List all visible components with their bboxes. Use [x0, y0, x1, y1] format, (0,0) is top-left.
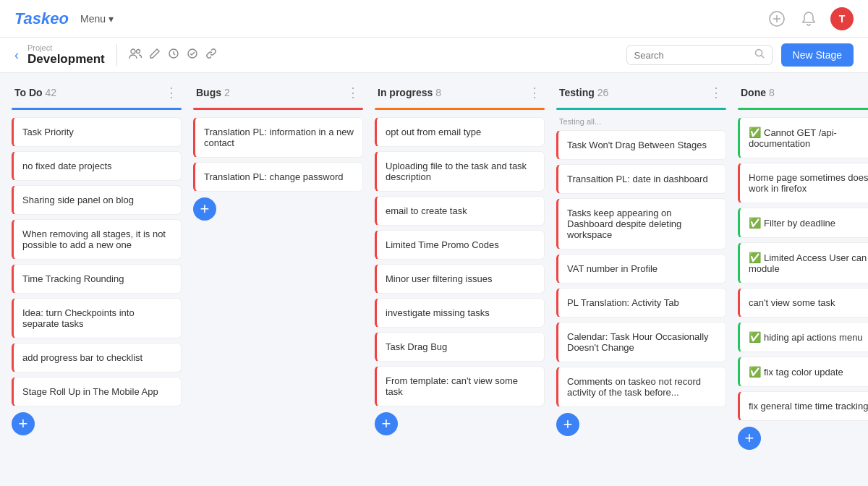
- column-bar-bugs: [193, 108, 363, 110]
- list-item[interactable]: ✅fix tag color update: [738, 357, 868, 387]
- svg-point-7: [755, 50, 762, 56]
- list-item[interactable]: ✅Filter by deadline: [738, 208, 868, 238]
- column-menu-bugs[interactable]: ⋮: [346, 85, 360, 101]
- list-item[interactable]: opt out from email type: [375, 117, 545, 147]
- card-text: From template: can't view some task: [386, 375, 518, 397]
- card-text: add progress bar to checklist: [22, 352, 142, 363]
- subheader: ‹ Project Development: [0, 38, 868, 73]
- project-info: Project Development: [27, 43, 105, 67]
- avatar[interactable]: T: [830, 7, 854, 30]
- card-text: can't view some task: [749, 297, 835, 308]
- search-input[interactable]: [634, 50, 750, 61]
- list-item[interactable]: Sharing side panel on blog: [12, 185, 182, 215]
- project-label: Project: [27, 43, 105, 52]
- list-item[interactable]: Task Won't Drag Between Stages: [556, 130, 726, 160]
- check-icon: ✅: [749, 127, 761, 138]
- list-item[interactable]: ✅hiding api actions menu: [738, 322, 868, 352]
- column-menu-inprogress[interactable]: ⋮: [528, 85, 542, 101]
- list-item[interactable]: Transaltion PL: date in dashboard: [556, 164, 726, 194]
- card-text: hiding api actions menu: [764, 332, 863, 343]
- notifications-icon[interactable]: [799, 9, 819, 29]
- list-item[interactable]: Time Tracking Rounding: [12, 264, 182, 294]
- list-item[interactable]: Stage Roll Up in The Mobile App: [12, 377, 182, 406]
- card-text: Limited Time Promo Codes: [386, 239, 499, 250]
- add-icon[interactable]: [767, 9, 787, 29]
- card-text: Tasks keep appearing on Dashboard despit…: [567, 208, 681, 240]
- svg-point-6: [188, 49, 197, 58]
- list-item[interactable]: ✅Cannot GET /api-documentation: [738, 117, 868, 158]
- list-item[interactable]: From template: can't view some task: [375, 366, 545, 406]
- list-item[interactable]: no fixed date projects: [12, 151, 182, 181]
- list-item[interactable]: When removing all stages, it is not poss…: [12, 219, 182, 260]
- list-item[interactable]: PL Translation: Activity Tab: [556, 288, 726, 317]
- list-item[interactable]: investigate missing tasks: [375, 298, 545, 328]
- project-name: Development: [27, 52, 105, 67]
- add-card-button-bugs[interactable]: +: [193, 197, 216, 221]
- edit-icon[interactable]: [149, 48, 161, 62]
- list-item[interactable]: can't view some task: [738, 288, 868, 317]
- column-inprogress: In progress 8 ⋮ opt out from email typeU…: [375, 85, 545, 435]
- svg-point-3: [131, 49, 135, 54]
- list-item[interactable]: Translation PL: information in a new con…: [193, 117, 363, 158]
- column-title-todo: To Do 42: [14, 87, 56, 98]
- list-item[interactable]: Translation PL: change password: [193, 162, 363, 192]
- back-button[interactable]: ‹: [14, 48, 19, 63]
- link-icon[interactable]: [205, 48, 217, 62]
- list-item[interactable]: Idea: turn Checkpoints into separate tas…: [12, 298, 182, 338]
- check-icon: ✅: [749, 252, 761, 263]
- column-header-inprogress: In progress 8 ⋮: [375, 85, 545, 108]
- card-text: no fixed date projects: [22, 161, 112, 171]
- list-item[interactable]: ✅Limited Access User can edit module: [738, 242, 868, 284]
- card-text: investigate missing tasks: [386, 307, 490, 318]
- add-card-button-testing[interactable]: +: [556, 413, 579, 436]
- svg-point-4: [136, 50, 140, 54]
- list-item[interactable]: email to create task: [375, 196, 545, 226]
- column-header-bugs: Bugs 2 ⋮: [193, 85, 363, 108]
- list-item[interactable]: Limited Time Promo Codes: [375, 230, 545, 260]
- clock-icon[interactable]: [168, 48, 179, 62]
- menu-button[interactable]: Menu ▾: [80, 13, 114, 25]
- list-item[interactable]: Home page sometimes doesn't work in fire…: [738, 163, 868, 203]
- card-text: Time Tracking Rounding: [22, 273, 124, 284]
- column-bar-testing: [556, 108, 726, 110]
- cards-todo: Task Priorityno fixed date projectsShari…: [12, 117, 182, 406]
- team-icon[interactable]: [129, 48, 142, 62]
- new-stage-button[interactable]: New Stage: [781, 43, 854, 67]
- card-text: VAT number in Profile: [567, 263, 658, 274]
- column-todo: To Do 42 ⋮ Task Priorityno fixed date pr…: [12, 85, 182, 435]
- list-item[interactable]: Task Drag Bug: [375, 332, 545, 362]
- check-circle-icon[interactable]: [187, 48, 198, 62]
- list-item[interactable]: Task Priority: [12, 117, 182, 147]
- column-menu-todo[interactable]: ⋮: [165, 85, 179, 101]
- card-text: Transaltion PL: date in dashboard: [567, 174, 708, 184]
- column-title-done: Done 8: [741, 87, 775, 98]
- column-menu-testing[interactable]: ⋮: [710, 85, 723, 101]
- list-item[interactable]: add progress bar to checklist: [12, 343, 182, 372]
- check-icon: ✅: [749, 217, 761, 229]
- add-card-button-done[interactable]: +: [738, 427, 761, 450]
- list-item[interactable]: Tasks keep appearing on Dashboard despit…: [556, 198, 726, 250]
- card-text: Comments on taskeo not record activity o…: [567, 376, 701, 398]
- svg-line-8: [761, 56, 764, 59]
- list-item[interactable]: fix general time time tracking...: [738, 391, 868, 421]
- search-box[interactable]: [626, 45, 773, 65]
- add-card-button-todo[interactable]: +: [12, 412, 35, 435]
- list-item[interactable]: Calendar: Task Hour Occasionally Doesn't…: [556, 322, 726, 362]
- list-item[interactable]: Uploading file to the task and task desc…: [375, 151, 545, 192]
- header-actions: T: [767, 7, 854, 30]
- card-text: Limited Access User can edit module: [749, 252, 868, 274]
- card-text: Task Drag Bug: [386, 341, 447, 352]
- column-bar-done: [738, 108, 868, 110]
- card-text: Translation PL: information in a new con…: [204, 127, 354, 148]
- column-testing: Testing 26 ⋮ Testing all...Task Won't Dr…: [556, 85, 726, 436]
- cards-inprogress: opt out from email typeUploading file to…: [375, 117, 545, 406]
- list-item[interactable]: Comments on taskeo not record activity o…: [556, 367, 726, 407]
- column-header-testing: Testing 26 ⋮: [556, 85, 726, 108]
- card-text: fix tag color update: [764, 367, 843, 378]
- column-bar-todo: [12, 108, 182, 110]
- list-item[interactable]: Minor user filtering issues: [375, 264, 545, 294]
- card-text: Filter by deadline: [764, 218, 835, 229]
- column-header-done: Done 8 ⋮: [738, 85, 868, 108]
- add-card-button-inprogress[interactable]: +: [375, 412, 398, 435]
- list-item[interactable]: VAT number in Profile: [556, 254, 726, 284]
